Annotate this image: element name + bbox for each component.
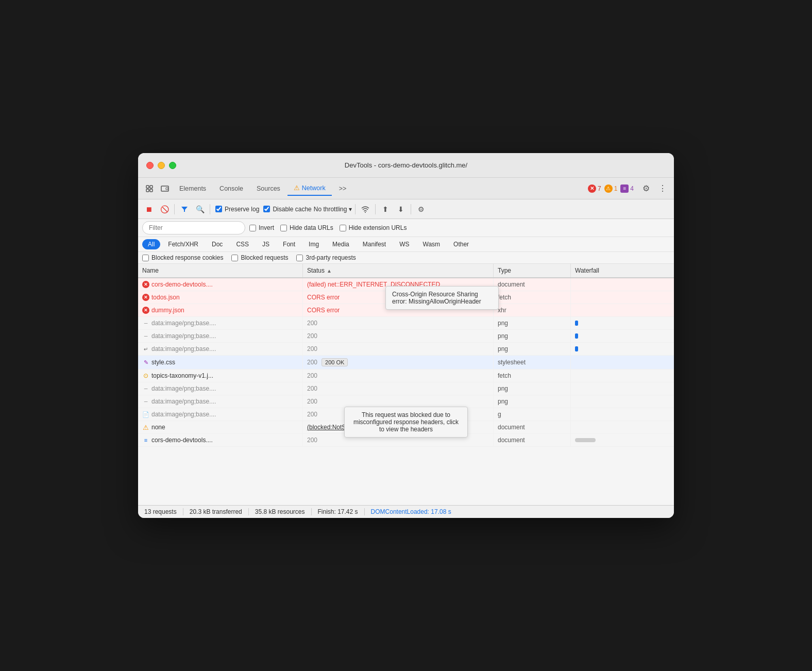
invert-label[interactable]: Invert [249,224,274,231]
td-type: document [494,278,571,291]
type-btn-ws[interactable]: WS [394,239,415,249]
invert-checkbox[interactable] [249,225,256,231]
td-type: png [494,330,571,342]
tab-elements[interactable]: Elements [173,182,212,195]
compass-icon: ⊙ [142,372,149,379]
table-row[interactable]: – data:image/png;base.... 200 png [138,330,674,343]
table-row[interactable]: – data:image/png;base.... 200 png [138,382,674,395]
td-type: g [494,408,571,421]
toolbar-separator-2 [210,204,210,214]
table-header: Name Status ▲ Type Waterfall [138,264,674,278]
type-btn-all[interactable]: All [142,239,160,249]
filter-icon-button[interactable] [178,203,191,216]
tab-console[interactable]: Console [213,182,249,195]
td-status: 200 200 OK [303,356,494,369]
tab-sources[interactable]: Sources [250,182,286,195]
type-btn-media[interactable]: Media [327,239,355,249]
filter-row: Invert Hide data URLs Hide extension URL… [138,219,674,237]
td-waterfall [571,343,674,355]
import-button[interactable]: ⬆ [379,203,392,216]
filter-input[interactable] [142,221,245,234]
toolbar-separator-4 [375,204,376,214]
svg-point-7 [365,212,366,213]
tab-network[interactable]: ⚠ Network [287,181,332,196]
td-waterfall [571,304,674,316]
hide-extension-urls-checkbox[interactable] [340,225,346,231]
blocked-requests-label[interactable]: Blocked requests [231,254,288,261]
td-name: ↵ data:image/png;base.... [138,343,303,355]
type-btn-js[interactable]: JS [257,239,275,249]
third-party-checkbox[interactable] [296,255,303,261]
error-circle-icon: ✕ [142,281,149,288]
hide-extension-urls-label[interactable]: Hide extension URLs [340,224,407,231]
more-options-button[interactable]: ⋮ [655,181,670,196]
type-btn-other[interactable]: Other [448,239,475,249]
td-type: stylesheet [494,356,571,369]
table-row[interactable]: ⊙ topics-taxonomy-v1.j... 200 fetch [138,370,674,382]
blocked-filters-row: Blocked response cookies Blocked request… [138,252,674,264]
cursor-icon[interactable] [142,181,157,196]
error-icon: ✕ [588,184,596,193]
pencil-icon: ✎ [142,359,149,366]
type-btn-fetch-xhr[interactable]: Fetch/XHR [162,239,204,249]
close-button[interactable] [146,162,154,169]
type-btn-doc[interactable]: Doc [206,239,228,249]
type-btn-manifest[interactable]: Manifest [357,239,392,249]
svg-rect-0 [146,186,149,188]
td-type: fetch [494,291,571,304]
type-btn-css[interactable]: CSS [230,239,255,249]
stop-recording-button[interactable]: ⏹ [142,203,156,216]
throttle-select[interactable]: No throttling ▾ [314,206,352,213]
blocked-requests-checkbox[interactable] [231,255,238,261]
settings-button[interactable]: ⚙ [639,181,653,196]
wifi-icon-button[interactable] [359,203,372,216]
info-icon: ≡ [620,184,629,193]
disable-cache-checkbox-group[interactable]: Disable cache [263,206,311,213]
finish-time: Finish: 17.42 s [312,508,365,515]
disable-cache-checkbox[interactable] [263,206,270,212]
traffic-lights [146,162,176,169]
dom-content-loaded: DOMContentLoaded: 17.08 s [365,508,458,515]
td-waterfall [571,395,674,408]
td-type: png [494,395,571,408]
maximize-button[interactable] [169,162,176,169]
info-badge: ≡ 4 [620,184,634,193]
td-type: document [494,421,571,433]
th-waterfall[interactable]: Waterfall [571,264,674,277]
network-toolbar: ⏹ 🚫 🔍 Preserve log Disable cache No thro… [138,199,674,219]
blocked-cookies-label[interactable]: Blocked response cookies [142,254,223,261]
resources-size: 35.8 kB resources [249,508,312,515]
th-status[interactable]: Status ▲ [303,264,494,277]
th-name[interactable]: Name [138,264,303,277]
td-name: 📄 data:image/png;base.... [138,408,303,421]
error-circle-icon: ✕ [142,307,149,314]
type-filter-row: All Fetch/XHR Doc CSS JS Font Img Media … [138,237,674,252]
status-bar: 13 requests 20.3 kB transferred 35.8 kB … [138,505,674,518]
minimize-button[interactable] [158,162,165,169]
sort-arrow-icon: ▲ [327,268,332,274]
table-row[interactable]: – data:image/png;base.... 200 png [138,317,674,330]
toolbar-separator-1 [174,204,175,214]
type-btn-img[interactable]: Img [303,239,325,249]
responsive-icon[interactable] [158,181,172,196]
type-btn-font[interactable]: Font [277,239,301,249]
export-button[interactable]: ⬇ [394,203,408,216]
th-type[interactable]: Type [494,264,571,277]
blocked-cookies-checkbox[interactable] [142,255,149,261]
type-btn-wasm[interactable]: Wasm [417,239,446,249]
preserve-log-checkbox-group[interactable]: Preserve log [215,206,259,213]
table-row[interactable]: ✎ style.css 200 200 OK stylesheet [138,356,674,370]
preserve-log-checkbox[interactable] [215,206,222,212]
svg-marker-6 [181,207,188,212]
third-party-label[interactable]: 3rd-party requests [296,254,356,261]
hide-data-urls-checkbox[interactable] [280,225,287,231]
tab-more[interactable]: >> [333,182,353,195]
filter-options: Invert Hide data URLs Hide extension URL… [249,224,407,231]
settings-network-button[interactable]: ⚙ [414,203,428,216]
clear-button[interactable]: 🚫 [158,203,171,216]
search-button[interactable]: 🔍 [193,203,207,216]
hide-data-urls-label[interactable]: Hide data URLs [280,224,333,231]
table-row[interactable]: ↵ data:image/png;base.... 200 png [138,343,674,356]
td-status: 200 [303,395,494,408]
svg-rect-1 [150,186,153,188]
